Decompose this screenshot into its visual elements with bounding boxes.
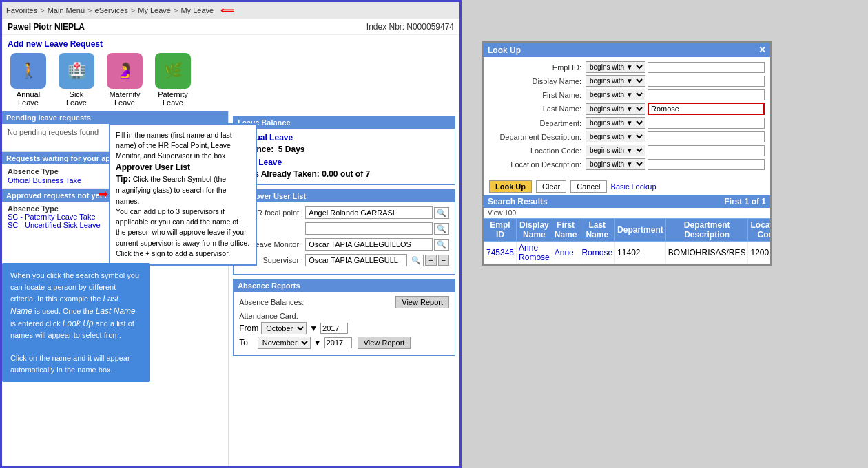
absence-reports-panel: Absence Reports Absence Balances: View R… <box>233 279 455 356</box>
to-month-select[interactable]: November <box>258 337 311 349</box>
hr-focal-input[interactable] <box>305 206 433 219</box>
department-row: Department: begins with ▼ <box>489 117 765 129</box>
empl-id-operator[interactable]: begins with ▼ <box>586 61 645 73</box>
second-approver-row: 🔍 <box>239 222 449 235</box>
left-panel: Favorites > Main Menu > eServices > My L… <box>0 0 462 468</box>
approver-body: HR focal point: 🔍 🔍 Leave Monitor: <box>234 202 455 274</box>
sick-leave-button[interactable]: 🏥 SickLeave <box>56 53 97 107</box>
supervisor-input[interactable] <box>305 254 407 266</box>
cancel-button[interactable]: Cancel <box>570 180 606 193</box>
index-nbr: Index Nbr: N000059474 <box>366 22 454 32</box>
location-desc-operator[interactable]: begins with ▼ <box>586 158 645 170</box>
last-name-input[interactable] <box>648 103 765 115</box>
approver-header: Approver User List <box>234 190 455 202</box>
display-name-link[interactable]: Anne Romose <box>519 243 550 262</box>
absence-type-section: Absence Type Official Business Take ➡ Fi… <box>2 164 228 189</box>
display-name-operator[interactable]: begins with ▼ <box>586 75 645 87</box>
nav-favorites[interactable]: Favorites <box>6 6 37 14</box>
days-taken-row: Days Already Taken: 0.00 out of 7 <box>239 169 449 179</box>
down-icon: ▼ <box>309 323 318 333</box>
first-name-input[interactable] <box>648 89 765 100</box>
right-col: Leave Balance Annual Leave Balance: 5 Da… <box>229 111 459 466</box>
view-report-button-1[interactable]: View Report <box>395 296 449 308</box>
col-display-name: Display Name <box>517 219 552 242</box>
leave-monitor-input[interactable] <box>305 238 433 251</box>
lookup-buttons: Look Up Clear Cancel Basic Lookup <box>484 176 770 195</box>
to-date-row: To November ▼ View Report <box>239 337 449 349</box>
first-name-link[interactable]: Anne <box>555 248 574 257</box>
leave-monitor-search-button[interactable]: 🔍 <box>434 239 449 251</box>
annual-leave-icon: 🚶 <box>10 53 46 89</box>
location-code-input[interactable] <box>648 145 765 156</box>
dept-desc-label: Department Description: <box>489 133 586 141</box>
first-last-label: First 1 of 1 <box>724 197 766 206</box>
lookup-titlebar: Look Up ✕ <box>484 43 770 57</box>
empl-id-link[interactable]: 745345 <box>486 248 514 257</box>
basic-lookup-link[interactable]: Basic Lookup <box>611 182 657 191</box>
empl-id-input[interactable] <box>648 62 765 73</box>
location-desc-label: Location Description: <box>489 160 586 169</box>
last-name-operator[interactable]: begins with ▼ <box>586 103 645 115</box>
absence-balances-row: Absence Balances: View Report <box>239 296 449 308</box>
pending-leave-header: Pending leave requests <box>2 111 228 124</box>
lookup-close-button[interactable]: ✕ <box>758 45 766 55</box>
to-year-input[interactable] <box>324 337 352 348</box>
requests-waiting-section: Requests waiting for your approval Absen… <box>2 151 228 189</box>
hr-focal-search-button[interactable]: 🔍 <box>434 207 449 219</box>
empl-id-row: Empl ID: begins with ▼ <box>489 61 765 73</box>
cell-first-name: Anne <box>552 242 579 264</box>
content-area: Pending leave requests No pending reques… <box>2 111 459 466</box>
second-approver-search-button[interactable]: 🔍 <box>434 223 449 235</box>
second-approver-input[interactable] <box>305 222 433 235</box>
from-date-row: From October ▼ <box>239 322 449 334</box>
leave-monitor-row: Leave Monitor: 🔍 <box>239 238 449 251</box>
attendance-section: Attendance Card: From October ▼ To <box>239 312 449 349</box>
nav-my-leave2: My Leave <box>180 6 214 14</box>
paternity-leave-icon: 🌿 <box>155 53 191 89</box>
add-leave-title: Add new Leave Request <box>8 39 454 49</box>
absence-reports-body: Absence Balances: View Report Attendance… <box>234 292 455 355</box>
absence-type-link[interactable]: Official Business Take <box>8 176 81 184</box>
from-month-select[interactable]: October <box>261 322 307 334</box>
cell-empl-id: 745345 <box>484 242 517 264</box>
department-operator[interactable]: begins with ▼ <box>586 117 645 129</box>
department-input[interactable] <box>648 118 765 129</box>
last-name-link[interactable]: Romose <box>581 248 612 257</box>
tooltip-bubble: ➡ Fill in the names (first name and last… <box>109 123 257 266</box>
maternity-leave-button[interactable]: 🤰 MaternityLeave <box>104 53 145 107</box>
dept-desc-input[interactable] <box>648 131 765 142</box>
supervisor-search-button[interactable]: 🔍 <box>409 255 424 266</box>
nav-my-leave1[interactable]: My Leave <box>138 6 171 14</box>
paternity-leave-button[interactable]: 🌿 PaternityLeave <box>152 53 194 107</box>
paternity-leave-label: PaternityLeave <box>158 90 187 107</box>
from-year-input[interactable] <box>320 323 348 334</box>
leave-balance-body: Annual Leave Balance: 5 Days Sick Leave … <box>234 129 455 184</box>
nav-main-menu[interactable]: Main Menu <box>48 6 85 14</box>
down-icon-2: ▼ <box>313 338 322 348</box>
clear-button[interactable]: Clear <box>536 180 566 193</box>
supervisor-add-button[interactable]: + <box>425 255 436 266</box>
lookup-dialog: Look Up ✕ Empl ID: begins with ▼ Display… <box>482 41 772 266</box>
nav-eservices[interactable]: eServices <box>95 6 128 14</box>
sick-leave-label: SickLeave <box>66 90 87 107</box>
first-name-operator[interactable]: begins with ▼ <box>586 89 645 100</box>
annual-leave-button[interactable]: 🚶 AnnualLeave <box>8 53 49 107</box>
location-code-operator[interactable]: begins with ▼ <box>586 145 645 156</box>
dept-desc-row: Department Description: begins with ▼ <box>489 131 765 142</box>
dept-desc-operator[interactable]: begins with ▼ <box>586 131 645 142</box>
view-report-button-2[interactable]: View Report <box>358 337 411 349</box>
location-desc-input[interactable] <box>648 159 765 170</box>
look-up-button[interactable]: Look Up <box>489 180 532 193</box>
cell-location-code: 1200 <box>748 242 770 264</box>
display-name-row: Display Name: begins with ▼ <box>489 75 765 87</box>
supervisor-remove-button[interactable]: − <box>438 255 449 266</box>
cell-dept-desc: BOMIOHRISAS/RES <box>665 242 748 264</box>
empl-id-label: Empl ID: <box>489 63 586 72</box>
display-name-input[interactable] <box>648 76 765 87</box>
right-panel: Look Up ✕ Empl ID: begins with ▼ Display… <box>462 0 868 468</box>
last-name-row: Last Name: begins with ▼ <box>489 103 765 115</box>
search-results-table: Empl ID Display Name FirstName LastName … <box>484 218 770 264</box>
view-100: View 100 <box>484 208 770 218</box>
attendance-label: Attendance Card: <box>239 312 449 320</box>
table-row: 745345 Anne Romose Anne Romose 11402 BOM… <box>484 242 771 264</box>
